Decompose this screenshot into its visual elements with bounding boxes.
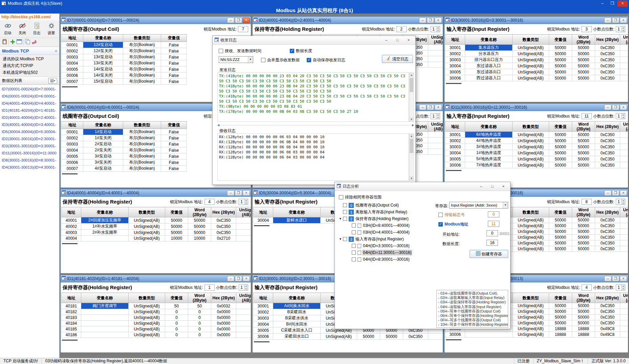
h-scrollbar-thumb[interactable] <box>62 173 78 174</box>
data-area-item[interactable]: ID7(00001-00024)(ID=7:00001- <box>0 86 59 93</box>
cell[interactable]: 50000 <box>572 235 595 240</box>
minimize-button[interactable]: – <box>604 276 611 281</box>
stop-button[interactable]: 关闭 <box>15 21 29 37</box>
homepage-link[interactable]: http://blockke.ys168.com/ <box>0 14 59 20</box>
minimize-button[interactable]: – <box>476 183 486 190</box>
modbus-address-value[interactable]: 3 <box>582 26 592 32</box>
cell[interactable] <box>620 332 628 338</box>
merge-display-checkbox[interactable]: 合并显示收发数据 <box>261 57 300 63</box>
cell[interactable] <box>236 236 251 241</box>
cell[interactable]: 50000 <box>549 235 572 240</box>
column-header[interactable]: 地址 <box>446 35 465 45</box>
cell[interactable]: 50000 <box>549 156 572 162</box>
cell[interactable] <box>236 309 251 315</box>
column-header[interactable]: 变量名称 <box>81 293 129 303</box>
protocol-panel-header[interactable]: Modbus TCP « <box>0 47 59 55</box>
minimize-button[interactable]: – <box>227 276 234 281</box>
tree-leaf[interactable]: 04H(ID=11:30001---30016) <box>338 249 433 256</box>
cell[interactable]: 布尔(Boolean) <box>123 135 161 141</box>
close-button[interactable]: × <box>243 18 250 23</box>
cell[interactable] <box>465 332 513 338</box>
column-header[interactable]: UnSign (AB) <box>236 207 251 217</box>
checkbox-icon[interactable] <box>352 230 356 234</box>
cell[interactable]: False <box>161 54 187 60</box>
minimize-button[interactable]: – <box>604 18 611 23</box>
column-header[interactable]: 地址 <box>254 207 273 217</box>
checkbox-icon[interactable] <box>352 257 356 261</box>
cell[interactable]: 采暖回水出口 <box>273 334 321 340</box>
tx-log-area[interactable]: TX:(41Byte) 00 00 00 00 00 23 03 04 20 C… <box>217 72 409 122</box>
column-header[interactable]: 数量类型 <box>513 35 549 45</box>
cell[interactable]: 0xC350 <box>595 309 620 315</box>
cell[interactable] <box>620 240 628 246</box>
cell[interactable]: 0x0000 <box>211 326 236 332</box>
address-cell[interactable]: 30003 <box>446 57 465 63</box>
column-header[interactable]: Word (2Byte) <box>572 35 595 45</box>
cell[interactable]: 1#泵关闭 <box>83 135 123 141</box>
cell[interactable]: 50000 <box>549 240 572 246</box>
cell[interactable]: UnSigned(AB) <box>513 320 549 326</box>
cell[interactable]: 50000 <box>572 150 595 156</box>
maximize-button[interactable]: □ <box>487 183 497 190</box>
rx-log-area[interactable]: RX:(12Byte) 00 00 00 00 00 06 03 04 00 0… <box>217 133 409 181</box>
column-header[interactable]: Hex (2Byte) <box>595 293 620 303</box>
cell[interactable]: 50000 <box>549 57 572 63</box>
cell[interactable]: 布尔(Boolean) <box>123 159 161 166</box>
address-cell[interactable]: 00004 <box>62 60 83 66</box>
cell[interactable]: 50000 <box>188 230 211 236</box>
cell[interactable]: 0x2710 <box>211 236 236 241</box>
column-header[interactable]: 变量名称 <box>273 207 321 217</box>
address-cell[interactable]: 30006 <box>254 334 273 340</box>
cell[interactable]: UnSigned(AB) <box>129 223 165 230</box>
cell[interactable]: 集水器压力 <box>465 45 513 51</box>
clear-log-button[interactable]: 清空日志 <box>382 55 413 63</box>
cell[interactable]: 0 <box>188 321 211 326</box>
checkbox-icon[interactable] <box>352 244 356 248</box>
cell[interactable] <box>81 321 129 326</box>
close-button[interactable]: × <box>620 190 627 196</box>
cell[interactable]: UnSigned(AB) <box>129 236 165 241</box>
column-header[interactable]: Word (2Byte) <box>572 293 595 303</box>
cell[interactable] <box>620 320 628 326</box>
address-cell[interactable]: 00004 <box>62 147 83 153</box>
cell[interactable]: UnSigned(AB) <box>513 303 549 309</box>
register-type-combo[interactable]: Input Register (Addr: 3xxxx)▼ <box>449 202 508 209</box>
cell[interactable] <box>428 334 443 340</box>
cell[interactable]: 东过滤器入口 <box>465 63 513 69</box>
cell[interactable]: UnSigned(AB) <box>129 332 165 338</box>
column-header[interactable]: 变量值 <box>549 293 572 303</box>
column-header[interactable]: 地址 <box>62 35 83 42</box>
cell[interactable]: 布尔(Boolean) <box>123 166 161 172</box>
cell[interactable]: 50000 <box>549 150 572 156</box>
cell[interactable]: False <box>161 60 187 66</box>
close-button[interactable]: × <box>243 276 250 281</box>
decimals-spinner[interactable]: 1▲▼ <box>616 113 625 119</box>
cell[interactable]: UnSigned(AB) <box>513 57 549 63</box>
log-splitter[interactable]: ◀▶ <box>217 123 414 127</box>
cell[interactable]: UnSigned(AB) <box>513 144 549 150</box>
column-header[interactable]: 变量名称 <box>83 35 123 42</box>
time-format-combo[interactable]: NN:SS:ZZZ▼ <box>219 56 253 63</box>
cell[interactable]: 50000 <box>165 223 188 230</box>
cell[interactable]: 50000 <box>357 334 380 340</box>
data-area-item[interactable]: ID11(30001-30016)(ID=11:3000 <box>0 150 59 157</box>
cell[interactable] <box>620 235 628 240</box>
close-button[interactable]: × <box>620 18 627 23</box>
address-cell[interactable]: 00002 <box>62 135 83 141</box>
column-header[interactable]: 变量名称 <box>273 293 321 303</box>
cell[interactable]: 50000 <box>549 303 572 309</box>
modbus-address-value[interactable]: 1 <box>204 284 215 291</box>
decimals-spinner[interactable]: 1▲▼ <box>239 199 248 205</box>
cell[interactable]: UnSigned(AB) <box>129 230 165 236</box>
cell[interactable]: 50000 <box>572 315 595 320</box>
cell[interactable]: False <box>161 166 187 172</box>
cell[interactable] <box>620 162 628 168</box>
decimals-spinner[interactable]: 1▲▼ <box>431 26 440 32</box>
modbus-address-value[interactable]: 4 <box>204 199 215 205</box>
cell[interactable] <box>428 137 443 143</box>
transfer-flag-checkbox[interactable]: 传输标志号 <box>438 212 465 218</box>
cell[interactable]: 4#地热井温度 <box>465 138 513 144</box>
checkbox-icon[interactable] <box>352 223 356 228</box>
window-titlebar[interactable]: ID11(30001-30016)(ID=11:30001---30016) –… <box>444 104 628 111</box>
cell[interactable]: 0xC350 <box>595 315 620 320</box>
